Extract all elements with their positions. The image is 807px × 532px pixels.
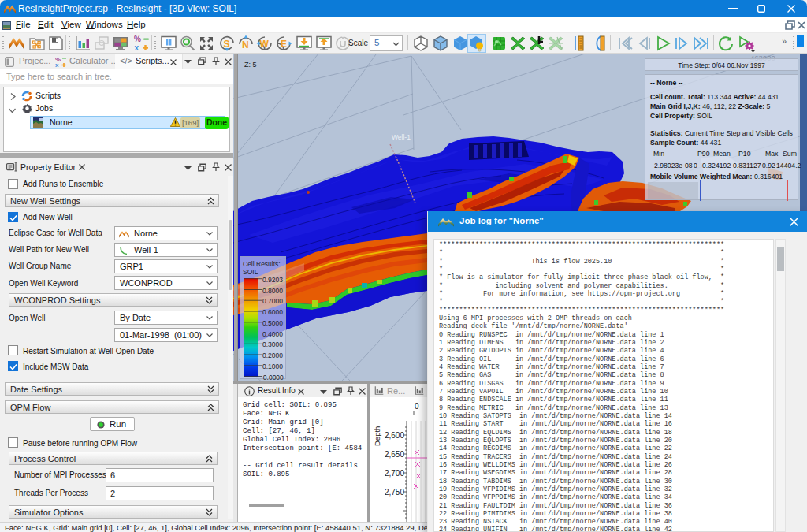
svg-text:2,650: 2,650 <box>385 450 404 459</box>
svg-text:2,600: 2,600 <box>385 431 404 440</box>
svg-text:S: S <box>224 39 230 50</box>
svg-text:E: E <box>281 39 287 50</box>
svg-text:0: 0 <box>415 402 419 411</box>
svg-text:x: x <box>55 61 59 67</box>
svg-text:2,700: 2,700 <box>385 469 404 478</box>
svg-text:N: N <box>242 39 249 50</box>
svg-text:Z: 5: Z: 5 <box>244 61 257 69</box>
svg-text:Depth: Depth <box>373 426 381 446</box>
svg-text:Well-1: Well-1 <box>392 133 411 141</box>
svg-text:2,750: 2,750 <box>385 488 404 497</box>
svg-text:%: % <box>134 35 141 43</box>
svg-text:W: W <box>260 39 270 50</box>
svg-text:x: x <box>135 43 139 52</box>
